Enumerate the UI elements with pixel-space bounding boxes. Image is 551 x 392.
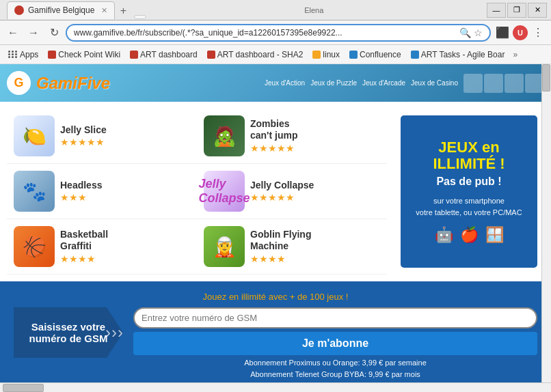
game-item-4[interactable]: JellyCollapse Jelly Collapse ★★★★★ <box>197 164 387 219</box>
game-title-2: Zombiescan't jump <box>250 118 380 141</box>
game-item-6[interactable]: 🧝 Goblin FlyingMachine ★★★★ <box>197 219 387 275</box>
bookmark-checkpoint[interactable]: Check Point Wiki <box>44 48 124 61</box>
back-button[interactable]: ← <box>4 24 22 42</box>
tab-close-button[interactable]: ✕ <box>101 6 107 15</box>
game-item-5[interactable]: 🏀 BasketballGraffiti ★★★★ <box>7 219 197 275</box>
game-title-4: Jelly Collapse <box>250 180 380 191</box>
promo-panel: JEUX enILLIMITÉ !Pas de pub ! sur votre … <box>401 115 537 268</box>
chevron-1: › <box>105 323 111 342</box>
nav-categories: Jeux d'Action Jeux de Puzzle Jeux d'Arca… <box>265 79 458 87</box>
promo-title: JEUX enILLIMITÉ !Pas de pub ! <box>433 139 505 189</box>
subscription-section: Jouez en illimité avec + de 100 jeux ! S… <box>0 281 551 382</box>
game-item-2[interactable]: 🧟 Zombiescan't jump ★★★★★ <box>197 109 387 164</box>
bookmark-linux[interactable]: linux <box>308 48 344 61</box>
subscription-inner: Saisissez votre numéro de GSM › › › Je m… <box>14 307 537 382</box>
apps-grid-icon <box>8 50 18 59</box>
address-text: www.gamifive.be/fr/subscribe/(.*?sa_uniq… <box>74 28 459 38</box>
new-tab-button[interactable]: + <box>115 3 131 19</box>
chevron-3: › <box>118 323 123 342</box>
windows-icon: 🪟 <box>485 226 504 244</box>
category-thumbnails <box>463 74 544 93</box>
search-icon[interactable]: 🔍 <box>459 27 471 38</box>
horizontal-scrollbar[interactable] <box>0 382 551 392</box>
bookmark-art-tasks[interactable]: ART Tasks - Agile Boar <box>407 48 509 61</box>
subscription-legal: En cliquant sur le bouton, je confirme a… <box>133 382 537 382</box>
game-item-3[interactable]: 🐾 Headless ★★★ <box>7 164 197 219</box>
navigation-toolbar: ← → ↻ www.gamifive.be/fr/subscribe/(.*?s… <box>0 20 551 45</box>
gamifive-header: G GamiFive Jeux d'Action Jeux de Puzzle … <box>0 64 551 102</box>
nav-cat-4[interactable]: Jeux de Casino <box>411 79 458 87</box>
bookmark-favicon-5 <box>349 51 358 59</box>
game-thumb-4: JellyCollapse <box>204 171 245 212</box>
game-info-3: Headless ★★★ <box>60 180 190 204</box>
game-stars-4: ★★★★★ <box>250 192 380 203</box>
android-icon: 🤖 <box>435 226 453 244</box>
refresh-button[interactable]: ↻ <box>45 24 63 42</box>
scrollbar-thumb[interactable] <box>542 64 550 92</box>
minimize-button[interactable]: — <box>487 3 506 18</box>
bookmark-confluence[interactable]: Confluence <box>345 48 405 61</box>
close-button[interactable]: ✕ <box>528 3 547 18</box>
maximize-button[interactable]: ❐ <box>507 3 526 18</box>
game-stars-1: ★★★★★ <box>60 137 190 148</box>
cat-thumb-1 <box>463 74 483 93</box>
active-tab[interactable]: Gamifive Belgique ✕ <box>7 1 115 19</box>
game-item-1[interactable]: 🍋 Jelly Slice ★★★★★ <box>7 109 197 164</box>
bookmark-favicon-4 <box>312 51 321 59</box>
game-title-5: BasketballGraffiti <box>60 229 190 252</box>
game-info-1: Jelly Slice ★★★★★ <box>60 124 190 148</box>
browser-window: Gamifive Belgique ✕ + Elena — ❐ ✕ ← → ↻ … <box>0 0 551 392</box>
game-thumb-1: 🍋 <box>14 115 55 156</box>
page-content: G GamiFive Jeux d'Action Jeux de Puzzle … <box>0 64 551 392</box>
scrollbar-track[interactable] <box>541 64 551 382</box>
subscription-left-label: Saisissez votre numéro de GSM <box>21 321 116 344</box>
cat-thumb-2 <box>484 74 503 93</box>
tab-label: Gamifive Belgique <box>28 5 94 15</box>
bookmark-label-3: ART dashboard - SHA2 <box>217 50 304 59</box>
bookmark-label-1: Check Point Wiki <box>58 50 120 59</box>
gamifive-logo-text[interactable]: GamiFive <box>36 74 110 93</box>
subscription-info-2: Abonnement Telenet Group BYBA: 9,99 € pa… <box>133 370 537 378</box>
bookmark-label-6: ART Tasks - Agile Boar <box>421 50 505 59</box>
bookmark-art[interactable]: ART dashboard <box>126 48 202 61</box>
toolbar-right: ⬛ U ⋮ <box>494 24 547 42</box>
subscription-top-text: Jouez en illimité avec + de 100 jeux ! <box>14 292 537 302</box>
apps-bookmark[interactable]: Apps <box>4 48 42 61</box>
bookmark-favicon-1 <box>48 51 56 59</box>
bookmark-favicon-6 <box>411 51 419 59</box>
game-stars-5: ★★★★ <box>60 253 190 264</box>
game-thumb-3: 🐾 <box>14 171 55 212</box>
bookmark-favicon-3 <box>207 51 215 59</box>
extension-icon[interactable]: ⬛ <box>494 24 511 42</box>
nav-cat-3[interactable]: Jeux d'Arcade <box>362 79 405 87</box>
bookmark-art-sha[interactable]: ART dashboard - SHA2 <box>203 48 308 61</box>
gsm-input[interactable] <box>133 307 537 328</box>
game-stars-2: ★★★★★ <box>250 143 380 154</box>
chevrons: › › › <box>105 323 123 342</box>
menu-icon[interactable]: ⋮ <box>529 24 547 42</box>
game-info-6: Goblin FlyingMachine ★★★★ <box>250 229 380 264</box>
bookmark-label-2: ART dashboard <box>140 50 198 59</box>
game-info-5: BasketballGraffiti ★★★★ <box>60 229 190 264</box>
more-bookmarks-button[interactable]: » <box>510 48 520 61</box>
game-title-6: Goblin FlyingMachine <box>250 229 380 252</box>
forward-button[interactable]: → <box>25 24 42 42</box>
apple-icon: 🍎 <box>460 226 479 244</box>
address-bar[interactable]: www.gamifive.be/fr/subscribe/(.*?sa_uniq… <box>66 24 491 42</box>
nav-cat-2[interactable]: Jeux de Puzzle <box>310 79 357 87</box>
hscrollbar-thumb[interactable] <box>3 384 44 392</box>
apps-label: Apps <box>20 50 38 59</box>
subscribe-button[interactable]: Je m'abonne <box>133 332 537 355</box>
bookmark-label-4: linux <box>323 50 340 59</box>
tab-bar: Gamifive Belgique ✕ + <box>4 1 146 19</box>
games-section: 🍋 Jelly Slice ★★★★★ 🧟 Zombiescan't jump <box>0 102 551 281</box>
game-info-4: Jelly Collapse ★★★★★ <box>250 180 380 204</box>
bookmarks-bar: Apps Check Point Wiki ART dashboard ART … <box>0 45 551 64</box>
nav-cat-1[interactable]: Jeux d'Action <box>265 79 305 87</box>
game-thumb-5: 🏀 <box>14 226 55 267</box>
profile-icon[interactable]: U <box>513 25 528 40</box>
game-thumb-6: 🧝 <box>204 226 245 267</box>
star-icon[interactable]: ☆ <box>474 27 483 38</box>
subscription-left: Saisissez votre numéro de GSM › › › <box>14 307 123 358</box>
game-stars-3: ★★★ <box>60 192 190 203</box>
